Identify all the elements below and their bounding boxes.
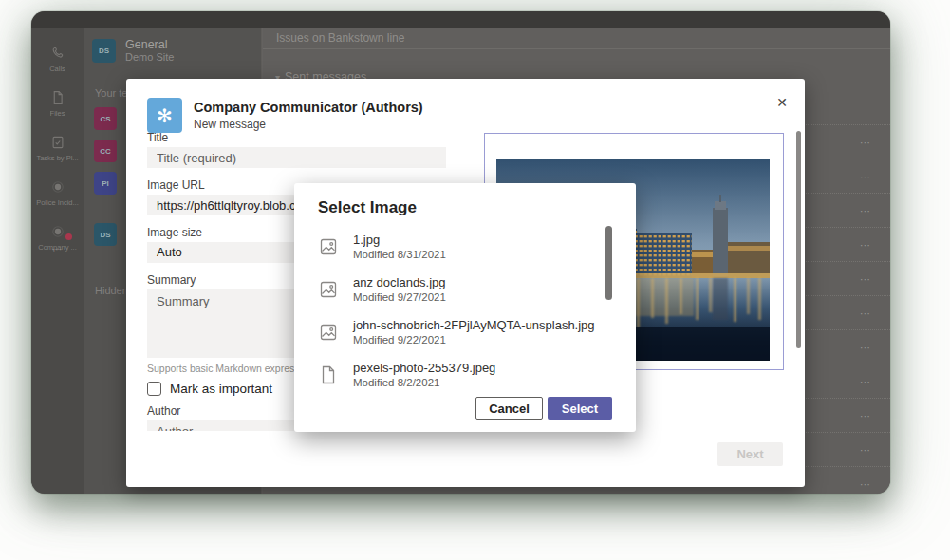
team-item-avatar: DS	[94, 223, 117, 246]
app-dot-icon	[49, 223, 66, 240]
row-more-icon[interactable]: ⋯	[860, 170, 872, 182]
next-button[interactable]: Next	[717, 442, 783, 466]
close-icon[interactable]: ✕	[773, 94, 791, 111]
rail-item-calls[interactable]: Calls	[31, 45, 84, 73]
rail-item-tasks[interactable]: Tasks by Pl...	[31, 134, 84, 162]
file-icon	[49, 89, 66, 106]
title-label: Title	[147, 131, 446, 144]
app-dot-icon	[49, 178, 66, 196]
row-more-icon[interactable]: ⋯	[860, 307, 872, 319]
file-modified-date: Modified 8/2/2021	[353, 377, 495, 388]
file-list-scrollbar[interactable]	[605, 226, 612, 300]
app-rail: CallsFilesTasks by Pl...Police Incid...C…	[31, 28, 84, 494]
team-avatar: DS	[92, 39, 116, 63]
notification-dot	[65, 233, 72, 240]
rail-item-label: Police Incid...	[36, 198, 79, 207]
team-header-general[interactable]: DS General Demo Site	[84, 28, 261, 63]
rail-item-label: Tasks by Pl...	[36, 154, 78, 162]
screen: CallsFilesTasks by Pl...Police Incid...C…	[0, 0, 950, 560]
file-modified-date: Modified 8/31/2021	[353, 249, 446, 260]
team-subtitle: Demo Site	[125, 51, 174, 63]
rail-item-label: Calls	[49, 65, 65, 73]
team-item-avatar: CS	[94, 107, 117, 130]
dialog-scrollbar[interactable]	[796, 131, 801, 348]
select-image-modal: Select Image 1.jpgModified 8/31/2021anz …	[294, 183, 636, 432]
company-communicator-app-icon: ✻	[147, 98, 182, 133]
phone-icon	[49, 45, 66, 62]
rail-more-button[interactable]: ⋯	[31, 243, 84, 255]
mark-important-checkbox[interactable]	[147, 382, 161, 396]
window-titlebar	[31, 11, 890, 28]
file-list-item[interactable]: john-schnobrich-2FPjlAyMQTA-unsplash.jpg…	[317, 310, 602, 353]
dialog-title: Company Communicator (Authors)	[194, 98, 423, 115]
message-row-issues[interactable]: Issues on Bankstown line	[263, 28, 890, 49]
row-more-icon[interactable]: ⋯	[860, 238, 872, 251]
row-more-icon[interactable]: ⋯	[860, 204, 872, 216]
file-list: 1.jpgModified 8/31/2021anz doclands.jpgM…	[317, 225, 602, 396]
tasks-icon	[49, 134, 66, 151]
mark-important-label: Mark as important	[170, 382, 272, 396]
row-more-icon[interactable]: ⋯	[860, 272, 872, 285]
team-name: General	[125, 38, 174, 51]
image-icon	[317, 235, 340, 258]
row-more-icon[interactable]: ⋯	[860, 443, 872, 456]
file-list-item[interactable]: pexels-photo-255379.jpegModified 8/2/202…	[317, 353, 602, 396]
modal-buttons: Cancel Select	[475, 397, 612, 420]
page-icon	[317, 364, 340, 386]
dialog-header: ✻ Company Communicator (Authors) New mes…	[147, 98, 423, 133]
rail-item-police[interactable]: Police Incid...	[31, 178, 84, 207]
team-item-avatar: PI	[94, 172, 117, 195]
modal-title: Select Image	[318, 198, 417, 217]
row-more-icon[interactable]: ⋯	[860, 409, 872, 421]
rail-item-label: Files	[50, 109, 65, 118]
file-modified-date: Modified 9/22/2021	[353, 334, 595, 345]
file-name: 1.jpg	[353, 233, 446, 247]
file-modified-date: Modified 9/27/2021	[353, 291, 446, 303]
file-name: john-schnobrich-2FPjlAyMQTA-unsplash.jpg	[353, 318, 595, 332]
rail-item-files[interactable]: Files	[31, 89, 84, 118]
team-item-avatar: CC	[94, 140, 117, 162]
file-list-item[interactable]: anz doclands.jpgModified 9/27/2021	[317, 268, 602, 310]
row-more-icon[interactable]: ⋯	[860, 341, 872, 353]
row-more-icon[interactable]: ⋯	[860, 136, 872, 148]
image-icon	[317, 278, 340, 301]
image-icon	[317, 321, 340, 344]
row-more-icon[interactable]: ⋯	[860, 375, 872, 387]
row-more-icon[interactable]: ⋯	[860, 477, 872, 490]
file-name: pexels-photo-255379.jpeg	[353, 361, 495, 375]
file-name: anz doclands.jpg	[353, 275, 446, 289]
cancel-button[interactable]: Cancel	[475, 397, 543, 420]
dialog-subtitle: New message	[194, 118, 423, 131]
title-input[interactable]	[147, 147, 446, 168]
select-button[interactable]: Select	[548, 397, 612, 420]
file-list-item[interactable]: 1.jpgModified 8/31/2021	[317, 225, 602, 268]
